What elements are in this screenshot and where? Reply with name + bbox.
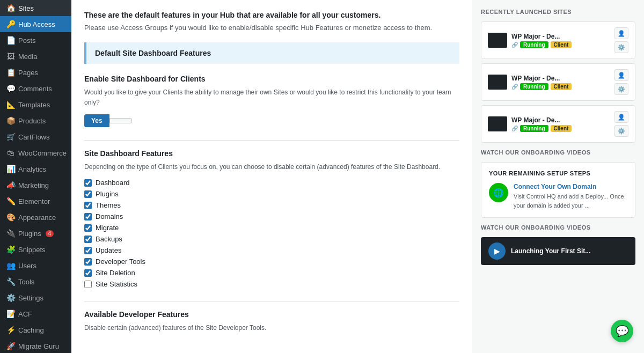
site-name: WP Major - De... bbox=[511, 33, 610, 40]
setup-steps-box: YOUR REMAINING SETUP STEPS 🌐 Connect You… bbox=[481, 162, 635, 218]
checkbox-backups[interactable] bbox=[84, 236, 92, 243]
checkbox-site-statistics[interactable] bbox=[84, 281, 92, 288]
sidebar-item-analytics[interactable]: 📊 Analytics bbox=[0, 161, 71, 177]
sidebar-item-sites[interactable]: 🏠 Sites bbox=[0, 0, 71, 16]
link-icon: 🔗 bbox=[511, 84, 518, 90]
badge-running: Running bbox=[520, 83, 548, 90]
sidebar-item-comments[interactable]: 💬 Comments bbox=[0, 80, 71, 97]
sidebar-label-marketing: Marketing bbox=[18, 181, 49, 189]
sidebar-label-products: Products bbox=[18, 117, 46, 125]
sidebar-item-pages[interactable]: 📋 Pages bbox=[0, 64, 71, 80]
elementor-icon: ✏️ bbox=[6, 197, 15, 205]
gear-action-button[interactable]: ⚙️ bbox=[614, 125, 628, 137]
sites-list: WP Major - De... 🔗 Running Client 👤 ⚙️ W… bbox=[481, 21, 635, 143]
woocommerce-icon: 🛍 bbox=[6, 149, 15, 157]
gear-action-button[interactable]: ⚙️ bbox=[614, 41, 628, 53]
analytics-icon: 📊 bbox=[6, 165, 15, 173]
sidebar-item-appearance[interactable]: 🎨 Appearance bbox=[0, 209, 71, 225]
plugins-icon: 🔌 bbox=[6, 229, 15, 238]
sidebar-label-elementor: Elementor bbox=[18, 197, 50, 205]
sidebar-label-analytics: Analytics bbox=[18, 165, 46, 173]
toggle-no-button[interactable] bbox=[109, 118, 132, 123]
link-icon: 🔗 bbox=[511, 42, 518, 48]
sidebar-item-woocommerce[interactable]: 🛍 WooCommerce bbox=[0, 145, 71, 161]
site-thumbnail bbox=[488, 75, 507, 90]
onboarding-title-1: WATCH OUR ONBOARDING VIDEOS bbox=[481, 149, 635, 156]
pages-icon: 📋 bbox=[6, 68, 15, 77]
sidebar-item-hub-access[interactable]: 🔑 Hub Access bbox=[0, 16, 71, 32]
badge-client: Client bbox=[551, 41, 572, 48]
site-thumbnail bbox=[488, 116, 507, 131]
toggle-yes-button[interactable]: Yes bbox=[84, 114, 109, 127]
site-info: WP Major - De... 🔗 Running Client bbox=[511, 116, 610, 132]
sidebar-item-cartflows[interactable]: 🛒 CartFlows bbox=[0, 129, 71, 145]
user-action-button[interactable]: 👤 bbox=[614, 69, 628, 81]
checkbox-plugins[interactable] bbox=[84, 190, 92, 198]
badge-plugins: 4 bbox=[46, 230, 54, 237]
domain-icon: 🌐 bbox=[489, 183, 508, 202]
sidebar-item-marketing[interactable]: 📣 Marketing bbox=[0, 177, 71, 193]
checkbox-migrate[interactable] bbox=[84, 224, 92, 232]
dashboard-features-section: Site Dashboard Features Depending on the… bbox=[84, 149, 459, 288]
sidebar-item-snippets[interactable]: 🧩 Snippets bbox=[0, 241, 71, 258]
cartflows-icon: 🛒 bbox=[6, 133, 15, 141]
snippets-icon: 🧩 bbox=[6, 245, 15, 254]
site-actions: 👤 ⚙️ bbox=[614, 69, 628, 95]
checkbox-item: Migrate bbox=[84, 224, 459, 232]
sidebar-item-acf[interactable]: 📝 ACF bbox=[0, 306, 71, 322]
sidebar-item-tools[interactable]: 🔧 Tools bbox=[0, 274, 71, 290]
checkbox-item: Backups bbox=[84, 235, 459, 243]
sidebar-item-posts[interactable]: 📄 Posts bbox=[0, 32, 71, 48]
intro-block: These are the default features in your H… bbox=[84, 11, 459, 34]
checkbox-developer-tools[interactable] bbox=[84, 258, 92, 266]
video-card[interactable]: ▶ Launching Your First Sit... bbox=[481, 237, 635, 265]
checkbox-label: Site Statistics bbox=[96, 280, 137, 288]
setup-steps-title: YOUR REMAINING SETUP STEPS bbox=[489, 170, 627, 176]
sidebar-item-products[interactable]: 📦 Products bbox=[0, 113, 71, 129]
site-actions: 👤 ⚙️ bbox=[614, 111, 628, 137]
migrate-guru-icon: 🚀 bbox=[6, 342, 15, 350]
sidebar-label-comments: Comments bbox=[18, 85, 52, 93]
hub-access-icon: 🔑 bbox=[6, 20, 15, 28]
gear-action-button[interactable]: ⚙️ bbox=[614, 83, 628, 95]
checkbox-dashboard[interactable] bbox=[84, 179, 92, 187]
sidebar-label-cartflows: CartFlows bbox=[18, 133, 50, 141]
step-title[interactable]: Connect Your Own Domain bbox=[514, 183, 627, 190]
user-action-button[interactable]: 👤 bbox=[614, 27, 628, 39]
toggle-container: Yes bbox=[84, 114, 459, 127]
checkbox-site-deletion[interactable] bbox=[84, 269, 92, 277]
site-actions: 👤 ⚙️ bbox=[614, 27, 628, 53]
sidebar-item-caching[interactable]: ⚡ Caching bbox=[0, 322, 71, 338]
tools-icon: 🔧 bbox=[6, 277, 15, 286]
site-info: WP Major - De... 🔗 Running Client bbox=[511, 75, 610, 90]
marketing-icon: 📣 bbox=[6, 181, 15, 189]
checkbox-domains[interactable] bbox=[84, 213, 92, 220]
checkbox-label: Themes bbox=[96, 201, 121, 209]
checkbox-themes[interactable] bbox=[84, 202, 92, 209]
setup-step: 🌐 Connect Your Own Domain Visit Control … bbox=[489, 183, 627, 210]
sidebar-item-plugins[interactable]: 🔌 Plugins 4 bbox=[0, 225, 71, 241]
checkbox-label: Domains bbox=[96, 212, 123, 220]
dashboard-features-desc: Depending on the type of Clients you foc… bbox=[84, 162, 459, 172]
comments-icon: 💬 bbox=[6, 84, 15, 93]
onboarding-title-2: WATCH OUR ONBOARDING VIDEOS bbox=[481, 224, 635, 231]
checkbox-updates[interactable] bbox=[84, 247, 92, 254]
sidebar-item-settings[interactable]: ⚙️ Settings bbox=[0, 290, 71, 306]
step-desc: Visit Control HQ and add a Deploy... Onc… bbox=[514, 192, 627, 210]
site-card: WP Major - De... 🔗 Running Client 👤 ⚙️ bbox=[481, 63, 635, 101]
enable-dashboard-section: Enable Site Dashboard for Clients Would … bbox=[84, 75, 459, 127]
chat-bubble[interactable]: 💬 bbox=[611, 320, 633, 342]
badge-running: Running bbox=[520, 41, 548, 48]
sidebar-item-migrate-guru[interactable]: 🚀 Migrate Guru bbox=[0, 338, 71, 353]
sidebar-item-templates[interactable]: 📐 Templates bbox=[0, 97, 71, 113]
sidebar-item-media[interactable]: 🖼 Media bbox=[0, 48, 71, 64]
site-card: WP Major - De... 🔗 Running Client 👤 ⚙️ bbox=[481, 21, 635, 59]
settings-icon: ⚙️ bbox=[6, 293, 15, 302]
products-icon: 📦 bbox=[6, 116, 15, 125]
checkbox-label: Updates bbox=[96, 246, 121, 254]
sidebar-item-elementor[interactable]: ✏️ Elementor bbox=[0, 193, 71, 209]
user-action-button[interactable]: 👤 bbox=[614, 111, 628, 123]
sidebar-item-users[interactable]: 👥 Users bbox=[0, 258, 71, 274]
site-thumbnail bbox=[488, 33, 507, 48]
enable-dashboard-title: Enable Site Dashboard for Clients bbox=[84, 75, 459, 83]
